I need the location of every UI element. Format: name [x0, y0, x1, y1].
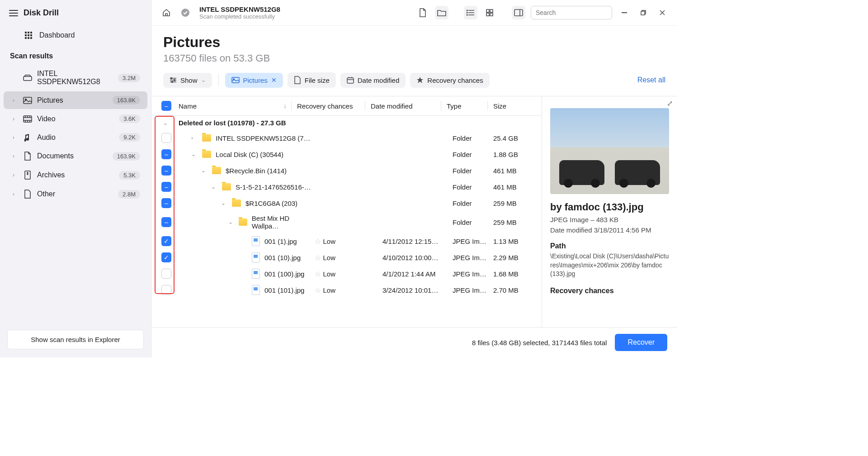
col-date[interactable]: Date modified	[371, 102, 441, 110]
sidebar-item-video[interactable]: › Video 3.6K	[4, 110, 147, 128]
table-row[interactable]: –⌄S-1-5-21-1476526516-…Folder461 MB	[151, 179, 542, 195]
row-checkbox[interactable]: ✓	[161, 252, 171, 262]
audio-icon	[23, 133, 33, 142]
col-type[interactable]: Type	[447, 102, 487, 110]
sort-arrow-icon[interactable]: ↓	[283, 102, 287, 109]
svg-rect-6	[25, 37, 27, 39]
chevron-right-icon: ›	[13, 172, 18, 178]
preview-panel: ⤢ by famdoc (133).jpg JPEG Image – 483 K…	[542, 96, 677, 327]
chevron-right-icon[interactable]: ›	[191, 135, 198, 141]
status-check-icon	[179, 6, 192, 19]
svg-rect-29	[232, 77, 239, 83]
table-row[interactable]: 001 (101).jpg☆ Low3/24/2012 10:01…JPEG I…	[151, 282, 542, 298]
star-icon[interactable]: ☆	[315, 286, 323, 294]
select-all-checkbox[interactable]: –	[161, 101, 171, 111]
chevron-down-icon[interactable]: ⌄	[211, 184, 217, 190]
col-size[interactable]: Size	[493, 102, 536, 110]
sidebar-item-audio[interactable]: › Audio 9.2K	[4, 128, 147, 146]
star-icon[interactable]: ☆	[315, 254, 323, 261]
minimize-button[interactable]	[618, 6, 631, 19]
filter-pictures[interactable]: Pictures ✕	[225, 73, 283, 88]
filter-file-size[interactable]: File size	[288, 72, 336, 88]
row-checkbox[interactable]: –	[161, 198, 171, 208]
sidebar-item-archives[interactable]: › Archives 5.3K	[4, 166, 147, 184]
drive-icon	[23, 75, 33, 81]
group-header-row[interactable]: ⌄ Deleted or lost (101978) - 27.3 GB	[151, 116, 542, 130]
svg-rect-24	[622, 12, 627, 13]
col-name[interactable]: Name	[179, 102, 197, 110]
preview-recovery-label: Recovery chances	[550, 287, 669, 295]
star-icon[interactable]: ☆	[315, 238, 323, 245]
archives-icon	[23, 171, 33, 180]
svg-rect-4	[28, 34, 29, 36]
menu-icon[interactable]	[9, 10, 18, 16]
chevron-down-icon[interactable]: ⌄	[191, 151, 198, 157]
folder-icon	[202, 151, 211, 158]
svg-rect-5	[30, 34, 32, 36]
filter-bar: Show ⌄ Pictures ✕ File size Date modifie…	[151, 64, 677, 96]
remove-filter-icon[interactable]: ✕	[271, 76, 277, 84]
row-checkbox[interactable]: –	[161, 182, 171, 192]
expand-icon[interactable]: ⤢	[667, 99, 673, 108]
row-checkbox[interactable]	[161, 285, 171, 295]
selection-status: 8 files (3.48 GB) selected, 3171443 file…	[472, 339, 607, 347]
dashboard-icon	[25, 32, 32, 39]
chevron-right-icon: ›	[13, 134, 18, 141]
row-name: 001 (1).jpg	[264, 238, 297, 245]
svg-rect-1	[28, 32, 29, 33]
folder-icon[interactable]	[435, 6, 448, 19]
star-icon[interactable]: ☆	[315, 270, 323, 278]
show-in-explorer-button[interactable]: Show scan results in Explorer	[7, 330, 144, 349]
table-row[interactable]: –⌄$Recycle.Bin (1414)Folder461 MB	[151, 162, 542, 179]
chevron-down-icon[interactable]: ⌄	[228, 219, 234, 225]
svg-point-26	[171, 78, 172, 79]
pictures-icon	[231, 77, 240, 83]
image-file-icon	[252, 252, 260, 262]
sidebar-item-documents[interactable]: › Documents 163.9K	[4, 147, 147, 165]
row-checkbox[interactable]: –	[161, 217, 171, 227]
topbar: INTEL SSDPEKNW512G8 Scan completed succe…	[151, 0, 677, 26]
col-recovery[interactable]: Recovery chances	[297, 102, 365, 110]
filter-recovery-chances[interactable]: Recovery chances	[410, 73, 489, 88]
file-icon[interactable]	[416, 6, 429, 19]
grid-view-icon[interactable]	[483, 6, 496, 19]
svg-rect-3	[25, 34, 27, 36]
row-name: $R1C6G8A (203)	[245, 200, 297, 207]
show-filter[interactable]: Show ⌄	[163, 73, 212, 88]
table-row[interactable]: ✓001 (10).jpg☆ Low4/10/2012 10:00…JPEG I…	[151, 249, 542, 266]
file-table: – Name↓ Recovery chances Date modified T…	[151, 96, 542, 327]
video-icon	[23, 115, 33, 123]
home-icon[interactable]	[160, 6, 173, 19]
folder-icon	[212, 167, 221, 174]
sidebar-item-other[interactable]: › Other 2.8M	[4, 185, 147, 203]
list-view-icon[interactable]	[464, 6, 477, 19]
panel-toggle-icon[interactable]	[512, 6, 525, 19]
table-row[interactable]: 001 (100).jpg☆ Low4/1/2012 1:44 AMJPEG I…	[151, 266, 542, 282]
reset-all-link[interactable]: Reset all	[637, 76, 665, 84]
row-checkbox[interactable]: ✓	[161, 236, 171, 246]
row-name: 001 (101).jpg	[264, 286, 304, 294]
close-button[interactable]	[656, 6, 669, 19]
table-row[interactable]: –⌄$R1C6G8A (203)Folder259 MB	[151, 195, 542, 211]
table-row[interactable]: –⌄Best Mix HD Wallpa…Folder259 MB	[151, 211, 542, 233]
table-row[interactable]: ›INTEL SSDPEKNW512G8 (7…Folder25.4 GB	[151, 130, 542, 146]
row-checkbox[interactable]: –	[161, 166, 171, 176]
row-checkbox[interactable]: –	[161, 149, 171, 159]
page-subtitle: 163750 files on 53.3 GB	[163, 52, 665, 64]
sidebar-dashboard[interactable]: Dashboard	[0, 26, 151, 45]
maximize-button[interactable]	[637, 6, 650, 19]
folder-icon	[202, 134, 211, 142]
recover-button[interactable]: Recover	[615, 334, 667, 351]
search-input[interactable]	[531, 6, 612, 19]
chevron-down-icon[interactable]: ⌄	[221, 200, 227, 206]
chevron-down-icon[interactable]: ⌄	[163, 120, 170, 126]
sidebar-drive[interactable]: INTEL SSDPEKNW512G8 3.2M	[4, 65, 147, 90]
row-checkbox[interactable]	[161, 133, 171, 143]
table-row[interactable]: –⌄Local Disk (C) (30544)Folder1.88 GB	[151, 146, 542, 162]
app-title: Disk Drill	[24, 8, 59, 18]
sidebar-item-pictures[interactable]: › Pictures 163.8K	[4, 91, 147, 109]
row-checkbox[interactable]	[161, 269, 171, 279]
table-row[interactable]: ✓001 (1).jpg☆ Low4/11/2012 12:15…JPEG Im…	[151, 233, 542, 249]
filter-date-modified[interactable]: Date modified	[340, 73, 406, 88]
chevron-down-icon[interactable]: ⌄	[201, 167, 208, 174]
